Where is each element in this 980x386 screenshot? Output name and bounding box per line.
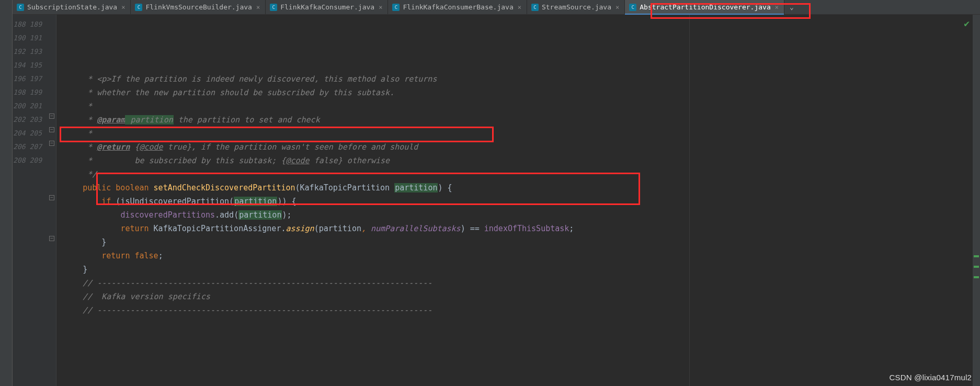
tab-label: FlinkKafkaConsumerBase.java [403, 3, 513, 11]
tab-streamsource[interactable]: C StreamSource.java × [527, 0, 625, 14]
fold-gutter[interactable]: – – – – – [48, 15, 56, 386]
java-class-icon: C [17, 4, 24, 11]
close-icon[interactable]: × [256, 4, 260, 11]
tab-flinkkafkaconsumerbase[interactable]: C FlinkKafkaConsumerBase.java × [388, 0, 527, 14]
tool-window-bar[interactable] [0, 0, 13, 386]
tab-label: FlinkKafkaConsumer.java [280, 3, 374, 11]
tab-subscription-state[interactable]: C SubscriptionState.java × [13, 0, 131, 14]
scroll-mark [974, 255, 979, 257]
tab-label: SubscriptionState.java [27, 3, 117, 11]
java-class-icon: C [629, 4, 636, 11]
tab-label: AbstractPartitionDiscoverer.java [640, 3, 770, 11]
line-number-gutter: 188 189 190 191 192 193 194 195 196 197 … [13, 15, 48, 386]
analysis-ok-icon[interactable]: ✔ [964, 18, 970, 29]
right-margin-guide [689, 15, 690, 386]
scroll-mark [974, 266, 979, 268]
close-icon[interactable]: × [775, 4, 779, 11]
tab-flinkvmssourcebuilder[interactable]: C FlinkVmsSourceBuilder.java × [131, 0, 266, 14]
scroll-mark [974, 276, 979, 278]
close-icon[interactable]: × [616, 4, 619, 11]
close-icon[interactable]: × [121, 4, 125, 11]
close-icon[interactable]: × [379, 4, 382, 11]
tab-label: StreamSource.java [542, 3, 611, 11]
tabs-overflow-button[interactable]: ⌄ [784, 0, 799, 14]
tab-label: FlinkVmsSourceBuilder.java [145, 3, 252, 11]
fold-marker[interactable]: – [49, 127, 54, 132]
fold-marker[interactable]: – [49, 113, 54, 119]
tab-flinkkafkaconsumer[interactable]: C FlinkKafkaConsumer.java × [266, 0, 388, 14]
code-area[interactable]: * <p>If the partition is indeed newly di… [56, 15, 973, 386]
watermark: CSDN @lixia0417mul2 [890, 373, 972, 382]
close-icon[interactable]: × [518, 4, 521, 11]
fold-marker[interactable]: – [49, 236, 54, 241]
scrollbar[interactable] [973, 15, 980, 386]
java-class-icon: C [392, 4, 400, 11]
editor-tabs: C SubscriptionState.java × C FlinkVmsSou… [13, 0, 980, 15]
java-class-icon: C [135, 4, 142, 11]
tab-abstractpartitiondiscoverer[interactable]: C AbstractPartitionDiscoverer.java × [625, 0, 784, 14]
fold-marker[interactable]: – [49, 195, 54, 200]
java-class-icon: C [270, 4, 277, 11]
java-class-icon: C [531, 4, 539, 11]
code-editor[interactable]: 188 189 190 191 192 193 194 195 196 197 … [13, 15, 980, 386]
fold-marker[interactable]: – [49, 141, 54, 146]
